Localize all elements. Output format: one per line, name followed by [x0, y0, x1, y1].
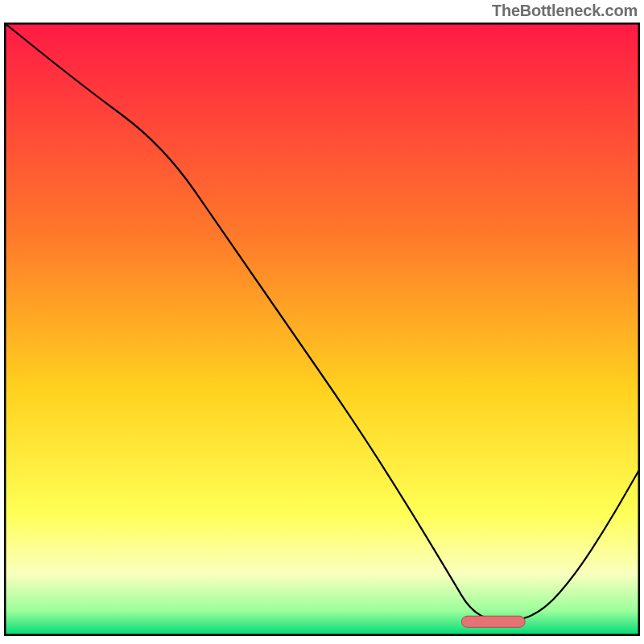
bottleneck-chart — [4, 23, 640, 636]
gradient-background — [5, 23, 639, 635]
optimal-range-marker — [461, 616, 525, 627]
watermark-text: TheBottleneck.com — [492, 2, 638, 20]
chart-svg — [4, 23, 640, 636]
